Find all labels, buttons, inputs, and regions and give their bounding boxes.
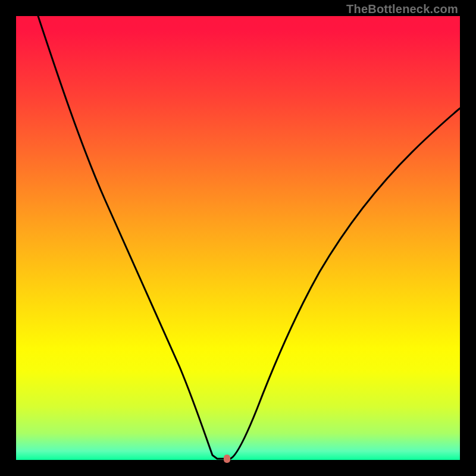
chart-frame: TheBottleneck.com	[0, 0, 476, 476]
optimal-point-marker	[224, 455, 230, 463]
bottleneck-curve	[16, 16, 460, 460]
watermark-text: TheBottleneck.com	[346, 2, 458, 16]
curve-path	[38, 16, 460, 459]
